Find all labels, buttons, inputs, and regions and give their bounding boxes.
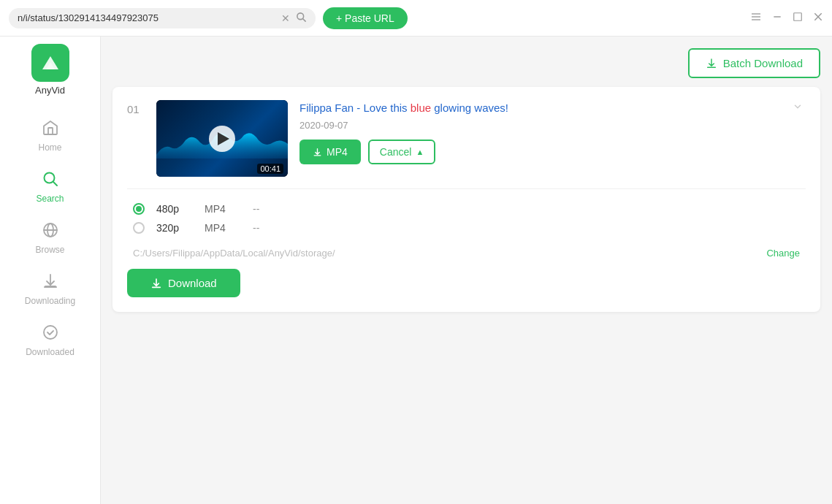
chevron-up-icon: ▲: [416, 148, 424, 156]
video-index: 01: [127, 100, 145, 115]
menu-button[interactable]: [750, 11, 762, 25]
maximize-button[interactable]: [793, 12, 803, 24]
sidebar-item-downloading[interactable]: Downloading: [0, 264, 100, 315]
titlebar: n/i/status/1302914134497923075 ✕ + Paste…: [0, 0, 832, 37]
search-nav-icon: [42, 170, 59, 191]
app-name: AnyVid: [35, 85, 65, 96]
cancel-label: Cancel: [380, 146, 412, 158]
minimize-button[interactable]: [772, 12, 782, 24]
mp4-button[interactable]: MP4: [299, 140, 361, 164]
quality-480p-size: --: [253, 203, 259, 215]
quality-row-480p: 480p MP4 --: [127, 199, 806, 218]
storage-path: C:/Users/Filippa/AppData/Local/AnyVid/st…: [133, 248, 755, 259]
quality-options: 480p MP4 -- 320p MP4 --: [127, 199, 806, 237]
quality-320p-format: MP4: [205, 222, 241, 234]
app-logo: [31, 44, 69, 82]
sidebar-item-browse[interactable]: Browse: [0, 213, 100, 264]
home-icon: [42, 119, 59, 140]
svg-point-16: [44, 326, 57, 339]
downloaded-label: Downloaded: [26, 347, 75, 357]
video-info: Filippa Fan - Love this blue glowing wav…: [299, 100, 778, 164]
downloading-icon: [42, 272, 59, 293]
search-icon: [296, 12, 307, 25]
download-label: Download: [168, 277, 217, 289]
quality-320p-size: --: [253, 222, 259, 234]
url-clear-button[interactable]: ✕: [281, 13, 290, 23]
quality-320p-label: 320p: [156, 222, 193, 234]
main-layout: AnyVid Home Search: [0, 37, 832, 504]
video-card: 01: [112, 87, 820, 312]
downloaded-icon: [42, 324, 59, 344]
paste-url-button[interactable]: + Paste URL: [323, 7, 408, 29]
batch-area: Batch Download: [112, 48, 820, 78]
downloading-label: Downloading: [25, 296, 75, 306]
logo-area: AnyVid: [31, 44, 69, 96]
svg-rect-6: [794, 13, 802, 21]
download-button[interactable]: Download: [127, 269, 240, 297]
search-label: Search: [36, 194, 64, 204]
mp4-label: MP4: [327, 146, 348, 158]
batch-download-label: Batch Download: [723, 57, 803, 69]
video-duration: 00:41: [257, 164, 283, 174]
sidebar-item-home[interactable]: Home: [0, 110, 100, 161]
svg-line-1: [303, 18, 305, 20]
svg-rect-9: [48, 128, 53, 134]
window-controls: [750, 11, 823, 25]
svg-line-11: [53, 182, 57, 186]
video-title: Filippa Fan - Love this blue glowing wav…: [299, 100, 778, 115]
svg-rect-15: [44, 286, 57, 288]
home-label: Home: [38, 142, 61, 153]
sidebar-item-search[interactable]: Search: [0, 161, 100, 213]
divider: [127, 188, 806, 189]
radio-480p[interactable]: [133, 203, 145, 215]
quality-480p-format: MP4: [205, 203, 241, 215]
video-actions: MP4 Cancel ▲: [299, 140, 778, 164]
url-bar: n/i/status/1302914134497923075 ✕: [9, 8, 316, 28]
sidebar: AnyVid Home Search: [0, 37, 101, 504]
url-input[interactable]: n/i/status/1302914134497923075: [18, 12, 275, 23]
quality-480p-label: 480p: [156, 203, 193, 215]
content-area: Batch Download 01: [101, 37, 832, 504]
play-button[interactable]: [209, 126, 235, 152]
video-thumbnail[interactable]: 00:41: [156, 100, 288, 177]
sidebar-item-downloaded[interactable]: Downloaded: [0, 315, 100, 366]
video-date: 2020-09-07: [299, 120, 778, 131]
video-header: 01: [127, 100, 806, 177]
browse-icon: [42, 221, 59, 242]
quality-row-320p: 320p MP4 --: [127, 218, 806, 237]
storage-row: C:/Users/Filippa/AppData/Local/AnyVid/st…: [127, 248, 806, 259]
radio-320p[interactable]: [133, 222, 145, 234]
expand-button[interactable]: [790, 100, 806, 115]
batch-download-button[interactable]: Batch Download: [688, 48, 820, 78]
browse-label: Browse: [35, 245, 64, 255]
change-path-link[interactable]: Change: [766, 248, 800, 259]
cancel-button[interactable]: Cancel ▲: [368, 140, 435, 164]
close-button[interactable]: [813, 12, 823, 24]
